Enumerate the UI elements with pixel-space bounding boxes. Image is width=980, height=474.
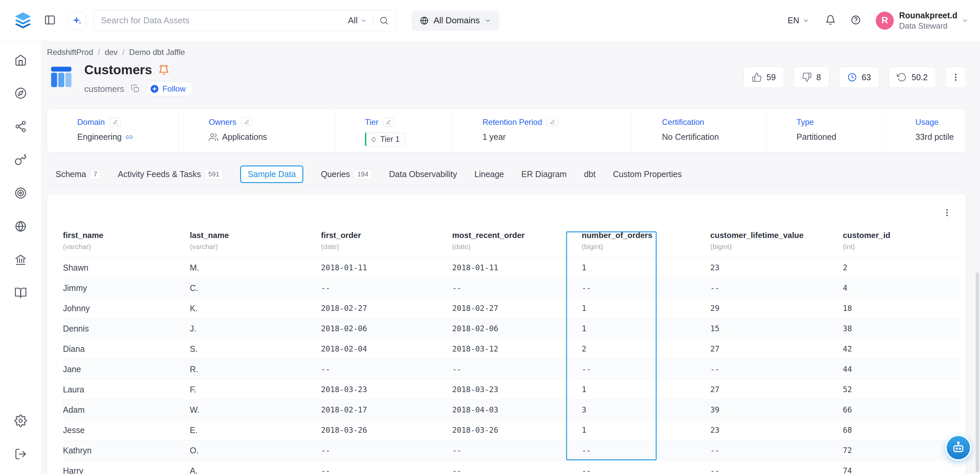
column-type: (date) bbox=[452, 243, 582, 251]
sidebar-item-insights[interactable] bbox=[11, 183, 31, 203]
language-selector[interactable]: EN bbox=[788, 16, 809, 25]
cell-first_name: Jimmy bbox=[63, 278, 190, 298]
asset-header: Customers customers Follow 5986350.2 bbox=[47, 62, 966, 97]
ai-assistant-button[interactable] bbox=[68, 12, 86, 30]
breadcrumb-item[interactable]: RedshiftProd bbox=[47, 48, 93, 57]
edit-domain-button[interactable] bbox=[110, 118, 121, 127]
cell-last_name: F. bbox=[190, 380, 321, 400]
tab-schema[interactable]: Schema7 bbox=[56, 169, 100, 180]
copy-name-button[interactable] bbox=[131, 84, 140, 94]
cell-most_recent_order: 2018-04-03 bbox=[452, 400, 582, 420]
edit-owners-button[interactable] bbox=[241, 118, 252, 127]
tab-activity-feeds-tasks[interactable]: Activity Feeds & Tasks591 bbox=[118, 169, 223, 180]
tab-label: Data Observability bbox=[389, 169, 457, 179]
sidebar-item-products[interactable] bbox=[11, 116, 31, 137]
cell-customer_id: 66 bbox=[843, 400, 960, 420]
table-row: HarryA.--------74 bbox=[63, 461, 960, 474]
column-header-customer_lifetime_value[interactable]: customer_lifetime_value(bigint) bbox=[710, 227, 843, 258]
metadata-value: 33rd pctile bbox=[915, 132, 954, 142]
chevron-down-icon[interactable] bbox=[961, 17, 969, 24]
cell-number_of_orders: 1 bbox=[582, 380, 710, 400]
bell-icon bbox=[825, 14, 836, 25]
stat-value: 50.2 bbox=[912, 73, 928, 82]
help-button[interactable] bbox=[851, 14, 861, 26]
tier-badge[interactable]: Tier 1 bbox=[365, 132, 406, 146]
network-icon bbox=[14, 120, 27, 133]
column-header-customer_id[interactable]: customer_id(int) bbox=[843, 227, 960, 258]
cell-customer_id: 52 bbox=[843, 380, 960, 400]
metadata-label[interactable]: Certification bbox=[662, 118, 704, 127]
clock-icon bbox=[847, 72, 857, 82]
tab-lineage[interactable]: Lineage bbox=[474, 169, 504, 179]
search-input[interactable] bbox=[101, 15, 342, 25]
cell-number_of_orders: 3 bbox=[582, 400, 710, 420]
edit-tier-button[interactable] bbox=[383, 118, 394, 127]
follow-button[interactable]: Follow bbox=[146, 81, 193, 97]
cell-last_name: W. bbox=[190, 400, 321, 420]
logout-icon bbox=[14, 448, 27, 460]
breadcrumb-item[interactable]: Demo dbt Jaffle bbox=[129, 48, 185, 57]
metadata-label[interactable]: Type bbox=[797, 118, 814, 127]
column-header-first_order[interactable]: first_order(date) bbox=[321, 227, 452, 258]
atlan-logo-icon[interactable] bbox=[13, 11, 33, 30]
tab-data-observability[interactable]: Data Observability bbox=[389, 169, 457, 179]
search-icon[interactable] bbox=[379, 16, 388, 25]
tab-label: Custom Properties bbox=[613, 169, 682, 179]
column-header-first_name[interactable]: first_name(varchar) bbox=[63, 227, 190, 258]
table-options-button[interactable] bbox=[939, 205, 955, 221]
tab-label: Activity Feeds & Tasks bbox=[118, 169, 201, 179]
stat-value: 59 bbox=[767, 73, 776, 82]
search-scope-dropdown[interactable]: All bbox=[348, 15, 367, 25]
tab-custom-properties[interactable]: Custom Properties bbox=[613, 169, 682, 179]
sidebar-item-governance[interactable] bbox=[11, 250, 31, 270]
language-label: EN bbox=[788, 16, 799, 25]
notifications-button[interactable] bbox=[825, 14, 836, 26]
chat-widget-button[interactable] bbox=[945, 435, 971, 461]
stat-upvotes[interactable]: 59 bbox=[744, 67, 784, 88]
edit-retention-period-button[interactable] bbox=[547, 118, 558, 127]
tab-er-diagram[interactable]: ER Diagram bbox=[522, 169, 567, 179]
tab-dbt[interactable]: dbt bbox=[584, 169, 596, 179]
tab-queries[interactable]: Queries194 bbox=[321, 169, 372, 180]
cell-first_name: Jane bbox=[63, 359, 190, 380]
cell-most_recent_order: 2018-02-06 bbox=[452, 318, 582, 339]
asset-more-button[interactable] bbox=[945, 67, 966, 88]
column-header-last_name[interactable]: last_name(varchar) bbox=[190, 227, 321, 258]
alert-bell-icon[interactable] bbox=[158, 64, 170, 76]
column-header-most_recent_order[interactable]: most_recent_order(date) bbox=[452, 227, 582, 258]
cell-customer_id: 44 bbox=[843, 359, 960, 380]
sidebar-item-settings[interactable] bbox=[11, 411, 31, 431]
stat-popularity[interactable]: 50.2 bbox=[888, 67, 936, 88]
stat-downvotes[interactable]: 8 bbox=[794, 67, 829, 88]
pencil-icon bbox=[386, 119, 391, 125]
sidebar-item-glossary[interactable] bbox=[11, 283, 31, 303]
sidebar-item-reporting[interactable] bbox=[11, 216, 31, 236]
sidebar-item-access[interactable] bbox=[11, 150, 31, 170]
divider bbox=[373, 16, 373, 25]
metadata-label[interactable]: Tier bbox=[365, 118, 378, 127]
sidebar-item-assets[interactable] bbox=[11, 83, 31, 103]
tab-count-badge: 591 bbox=[205, 169, 223, 180]
metadata-label[interactable]: Usage bbox=[915, 118, 939, 127]
sidebar-item-home[interactable] bbox=[11, 50, 31, 70]
stat-recent-queries[interactable]: 63 bbox=[839, 67, 880, 88]
sidebar-toggle-button[interactable] bbox=[44, 14, 56, 27]
vertical-scrollbar[interactable] bbox=[976, 272, 979, 472]
tier-badge-label: Tier 1 bbox=[380, 135, 399, 144]
tab-sample-data[interactable]: Sample Data bbox=[240, 165, 304, 183]
sidebar-item-logout[interactable] bbox=[11, 444, 31, 464]
metadata-label[interactable]: Owners bbox=[209, 118, 236, 127]
metadata-label[interactable]: Retention Period bbox=[482, 118, 542, 127]
all-domains-button[interactable]: All Domains bbox=[412, 11, 499, 30]
search-scope-label: All bbox=[348, 15, 358, 25]
cell-first_name: Shawn bbox=[63, 258, 190, 278]
user-menu[interactable]: Rounakpreet.d Data Steward bbox=[899, 10, 957, 31]
breadcrumb-item[interactable]: dev bbox=[105, 48, 118, 57]
column-header-number_of_orders[interactable]: number_of_orders(bigint) bbox=[582, 227, 710, 258]
cell-most_recent_order: -- bbox=[452, 441, 582, 461]
avatar[interactable]: R bbox=[876, 12, 894, 30]
metadata-label[interactable]: Domain bbox=[77, 118, 105, 127]
globe-icon bbox=[14, 220, 27, 233]
plus-circle-icon bbox=[150, 84, 159, 94]
global-search[interactable]: All bbox=[93, 10, 396, 31]
